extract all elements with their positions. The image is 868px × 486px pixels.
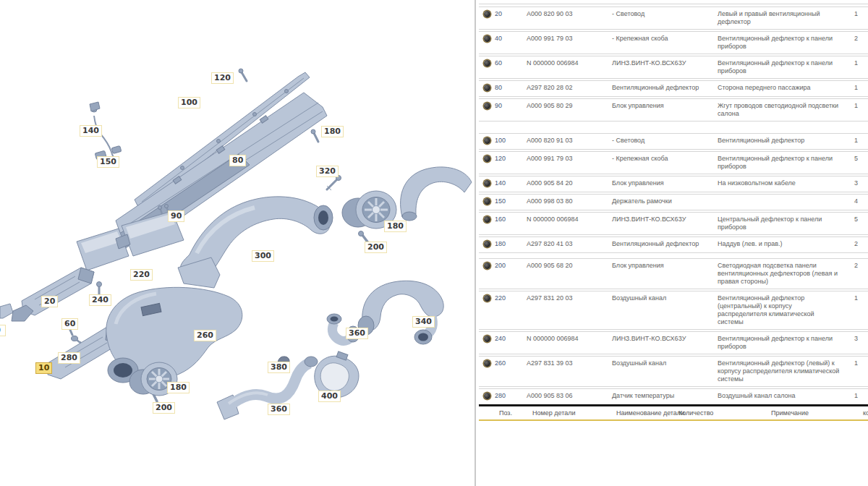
part-callout-10-selected[interactable]: 10 [35, 362, 52, 374]
row-part-number: A000 905 83 06 [527, 392, 612, 400]
part-marker-icon[interactable] [484, 11, 490, 17]
row-quantity: 1 [841, 10, 868, 17]
table-row-150[interactable]: 150 A000 998 03 80 Держатель рамочки 4 [479, 194, 868, 210]
part-marker-icon[interactable] [484, 35, 490, 42]
row-quantity: 5 [841, 216, 868, 223]
part-marker-icon[interactable] [484, 137, 490, 144]
table-row-240[interactable]: 240 N 000000 006984 ЛИНЗ.ВИНТ-КО.ВСХ63У … [479, 331, 868, 354]
row-remark: Вентиляционный дефлектор к панели прибор… [718, 35, 841, 51]
part-callout-400[interactable]: 400 [318, 391, 341, 402]
screw-180-top-icon[interactable] [311, 129, 318, 142]
part-callout-360-b[interactable]: 360 [268, 404, 290, 415]
part-callout-360-a[interactable]: 360 [346, 328, 368, 339]
table-row-120[interactable]: 120 A000 991 79 03 - Крепежная скоба Вен… [479, 151, 868, 174]
row-part-number: A297 820 41 03 [527, 240, 612, 248]
part-callout-edge-partial[interactable]: 0 [0, 325, 6, 336]
row-name: - Крепежная скоба [612, 155, 718, 163]
table-row-160[interactable]: 160 N 000000 006984 ЛИНЗ.ВИНТ-КО.ВСХ63У … [479, 212, 868, 235]
part-marker-icon[interactable] [484, 263, 490, 269]
part-callout-60[interactable]: 60 [61, 318, 78, 330]
header-name: Наименование детали [616, 409, 684, 417]
part-center-air-duct[interactable] [178, 197, 333, 288]
part-marker-icon[interactable] [484, 198, 490, 205]
part-callout-300[interactable]: 300 [252, 250, 274, 262]
table-header-row: Поз. Номер детали Наименование детали Ко… [479, 408, 868, 419]
table-row-280[interactable]: 280 A000 905 83 06 Датчик температуры Во… [479, 388, 868, 404]
row-quantity: 1 [841, 392, 868, 399]
row-position: 220 [495, 294, 527, 302]
row-position: 160 [495, 216, 527, 223]
part-callout-200-a[interactable]: 200 [365, 242, 387, 253]
part-callout-180-a[interactable]: 180 [321, 126, 344, 137]
part-callout-260[interactable]: 260 [194, 330, 216, 341]
part-callout-20[interactable]: 20 [41, 296, 58, 307]
part-callout-200-b[interactable]: 200 [153, 402, 175, 414]
part-marker-icon[interactable] [484, 85, 490, 91]
table-row-220[interactable]: 220 A297 831 20 03 Воздушный канал Венти… [479, 291, 868, 330]
part-heater-housing[interactable] [106, 287, 242, 383]
row-remark: Левый и правый вентиляционный дефлектор [718, 10, 841, 26]
screw-320-icon[interactable] [327, 176, 341, 191]
row-position: 120 [495, 155, 527, 162]
row-remark: Сторона переднего пассажира [718, 84, 841, 92]
row-part-number: A000 991 79 03 [527, 35, 612, 43]
row-name: Блок управления [612, 102, 718, 110]
part-side-duct-top-right[interactable] [401, 167, 472, 221]
part-callout-150[interactable]: 150 [97, 156, 119, 168]
screw-120-icon[interactable] [239, 69, 247, 81]
row-position: 100 [495, 137, 527, 144]
row-part-number: A297 831 39 03 [527, 359, 612, 367]
part-callout-80[interactable]: 80 [229, 155, 246, 166]
table-row-80[interactable]: 80 A297 820 28 02 Вентиляционный дефлект… [479, 80, 868, 97]
part-marker-icon[interactable] [484, 393, 490, 399]
row-position: 140 [495, 179, 527, 187]
row-name: ЛИНЗ.ВИНТ-КО.ВСХ63У [612, 216, 718, 223]
header-part-number: Номер детали [532, 409, 575, 417]
table-row-200[interactable]: 200 A000 905 68 20 Блок управления Свето… [479, 258, 868, 289]
part-callout-340[interactable]: 340 [412, 316, 435, 328]
row-remark: Вентиляционный дефлектор к панели прибор… [718, 155, 841, 171]
row-remark: Вентиляционный дефлектор к панели прибор… [718, 335, 841, 351]
part-callout-100[interactable]: 100 [178, 97, 200, 108]
table-row-180[interactable]: 180 A297 820 41 03 Вентиляционный дефлек… [479, 236, 868, 253]
part-marker-icon[interactable] [484, 155, 490, 162]
row-remark: Центральный дефлектор к панели приборов [718, 216, 841, 231]
part-callout-320[interactable]: 320 [316, 166, 339, 177]
parts-drawing [0, 0, 475, 486]
part-callout-180-c[interactable]: 180 [167, 382, 190, 393]
table-row-140[interactable]: 140 A000 905 84 20 Блок управления На ни… [479, 176, 868, 192]
row-name: Вентиляционный дефлектор [612, 240, 718, 248]
row-name: Блок управления [612, 179, 718, 187]
part-callout-220[interactable]: 220 [130, 269, 153, 281]
part-callout-240[interactable]: 240 [89, 294, 111, 306]
part-callout-180-b[interactable]: 180 [384, 221, 407, 232]
header-quantity: Количество [678, 409, 713, 417]
row-name: Блок управления [612, 262, 718, 270]
part-callout-120[interactable]: 120 [211, 72, 234, 84]
part-callout-380[interactable]: 380 [268, 362, 290, 373]
part-marker-icon[interactable] [484, 60, 490, 67]
row-part-number: N 000000 006984 [527, 335, 612, 343]
table-row-260[interactable]: 260 A297 831 39 03 Воздушный канал Венти… [479, 356, 868, 387]
row-part-number: A000 820 91 03 [527, 137, 612, 145]
table-row-100[interactable]: 100 A000 820 91 03 - Световод Вентиляцио… [479, 133, 868, 150]
part-callout-140[interactable]: 140 [80, 125, 102, 137]
part-marker-icon[interactable] [484, 216, 490, 223]
row-remark: Наддув (лев. и прав.) [718, 240, 841, 248]
part-marker-icon[interactable] [484, 180, 490, 187]
part-bracket-upper-left[interactable] [22, 268, 94, 315]
row-part-number: N 000000 006984 [527, 216, 612, 223]
table-row-60[interactable]: 60 N 000000 006984 ЛИНЗ.ВИНТ-КО.ВСХ63У В… [479, 56, 868, 79]
part-callout-90[interactable]: 90 [168, 210, 184, 222]
part-marker-icon[interactable] [484, 103, 490, 109]
part-right-air-duct[interactable] [358, 281, 443, 344]
part-marker-icon[interactable] [484, 295, 490, 302]
table-row-40[interactable]: 40 A000 991 79 03 - Крепежная скоба Вент… [479, 31, 868, 54]
part-marker-icon[interactable] [484, 360, 490, 367]
part-marker-icon[interactable] [484, 336, 490, 342]
table-row-90[interactable]: 90 A000 905 80 29 Блок управления Жгут п… [479, 98, 868, 122]
table-row-20[interactable]: 20 A000 820 90 03 - Световод Левый и пра… [479, 7, 868, 30]
part-marker-icon[interactable] [484, 241, 490, 247]
part-callout-280[interactable]: 280 [58, 352, 80, 364]
header-accent-rule [479, 419, 868, 421]
